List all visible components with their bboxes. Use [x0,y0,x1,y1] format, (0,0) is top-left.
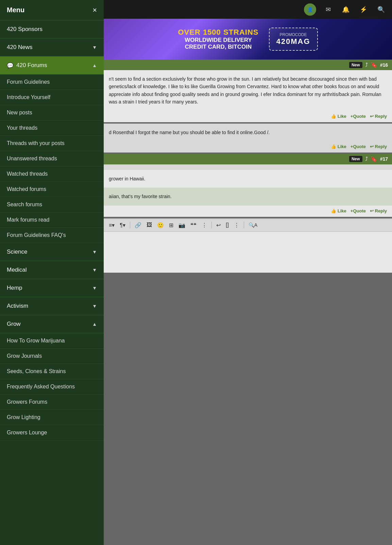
search-replace-btn[interactable]: 🔍A [247,221,259,229]
chevron-down-icon-medical: ▼ [92,267,97,273]
toolbar-sep-1 [130,222,130,228]
sidebar-item-faq[interactable]: Frequently Asked Questions [0,379,104,395]
post-reply-16: d Rosenthal I forgot the name but you sh… [104,124,392,153]
reply-editor: ≡▾ ¶▾ 🔗 🖼 🙂 ⊞ 📷 ❝❝ ⋮ ↩ [] ⋮ 🔍A [104,218,392,273]
sidebar-item-growers-lounge[interactable]: Growers Lounge [0,425,104,440]
link-btn[interactable]: 🔗 [133,221,143,229]
more-btn[interactable]: ⋮ [200,221,209,229]
share-icon-16[interactable]: ⤴ [365,62,368,68]
brackets-btn[interactable]: [] [224,221,231,229]
sidebar-item-grow[interactable]: Grow ▲ [0,315,104,333]
sidebar-item-your-threads[interactable]: Your threads [0,121,104,136]
bookmark-icon-17[interactable]: 🔖 [371,156,377,162]
editor-toolbar: ≡▾ ¶▾ 🔗 🖼 🙂 ⊞ 📷 ❝❝ ⋮ ↩ [] ⋮ 🔍A [104,219,392,232]
ad-banner[interactable]: OVER 1500 STRAINS WORLDWIDE DELIVERY CRE… [104,19,392,60]
sidebar-forums-label: 420 Forums [16,62,47,69]
sidebar-item-hemp[interactable]: Hemp ▼ [0,279,104,297]
sidebar-item-grow-lighting[interactable]: Grow Lighting [0,410,104,425]
post-new-badge-16: New [349,62,362,68]
reply-button-reply[interactable]: ↩ Reply [370,144,387,149]
post-text-17-main: grower in Hawaii. [109,175,387,182]
quote-button-reply[interactable]: +Quote [351,144,366,149]
post-reply-content: d Rosenthal I forgot the name but you sh… [104,124,392,141]
sidebar-item-search-forums[interactable]: Search forums [0,197,104,212]
sidebar-item-science[interactable]: Science ▼ [0,243,104,261]
search-icon[interactable]: 🔍 [375,4,387,15]
post-actions-17: 👍 Like +Quote ↩ Reply [104,206,392,217]
promo-label: PROMOCODE [276,32,310,37]
reply-button-16[interactable]: ↩ Reply [370,114,387,119]
sidebar-item-medical[interactable]: Medical ▼ [0,261,104,279]
share-icon-17[interactable]: ⤴ [365,156,368,162]
media-btn[interactable]: ⊞ [167,221,175,229]
sidebar-item-growers-forums[interactable]: Growers Forums [0,395,104,410]
ad-line2: WORLDWIDE DELIVERY [178,37,258,44]
sidebar-item-forum-faq[interactable]: Forum Guidelines FAQ's [0,228,104,243]
messages-icon[interactable]: ✉ [322,4,334,15]
avatar[interactable]: 👤 [304,3,316,16]
editor-body[interactable] [104,232,392,273]
sidebar-item-unanswered-threads[interactable]: Unanswered threads [0,151,104,166]
close-icon[interactable]: × [92,6,97,14]
sidebar-item-grow-journals[interactable]: Grow Journals [0,349,104,364]
align-btn[interactable]: ≡▾ [107,221,116,229]
post-reply-17: aiian, that's my favorite strain. [104,188,392,205]
toolbar-sep-3 [244,222,244,228]
camera-btn[interactable]: 📷 [177,221,187,229]
promo-box: PROMOCODE 420MAG [269,28,318,51]
post-reply-text: d Rosenthal I forgot the name but you sh… [109,129,387,136]
lightning-icon[interactable]: ⚡ [358,4,369,15]
sidebar-hemp-label: Hemp [7,285,22,291]
post-header-17: New ⤴ 🔖 #17 [104,154,392,164]
sidebar-item-how-to-grow[interactable]: How To Grow Marijuana [0,333,104,349]
forum-subitems: Forum Guidelines Introduce Yourself New … [0,75,104,243]
post-text-17-reply: aiian, that's my favorite strain. [109,193,387,200]
bookmark-icon-16[interactable]: 🔖 [371,62,377,68]
notifications-icon[interactable]: 🔔 [340,4,352,15]
sidebar-item-watched-threads[interactable]: Watched threads [0,166,104,182]
sidebar-item-seeds-clones[interactable]: Seeds, Clones & Strains [0,364,104,379]
post-main-17: grower in Hawaii. [104,170,392,188]
like-button-16[interactable]: 👍 Like [331,114,346,119]
quote-button-17[interactable]: +Quote [351,208,366,213]
sidebar-item-mark-forums-read[interactable]: Mark forums read [0,212,104,228]
sidebar-sponsors-label: 420 Sponsors [7,26,42,33]
avatar-icon: 👤 [307,7,313,12]
sidebar-item-news[interactable]: 420 News ▼ [0,38,104,57]
chat-icon: 💬 [7,62,14,69]
toolbar-sep-2 [211,222,212,228]
image-btn[interactable]: 🖼 [145,221,154,229]
chevron-down-icon: ▼ [92,45,97,50]
sidebar-grow-label: Grow [7,321,21,327]
sidebar-item-activism[interactable]: Activism ▼ [0,297,104,315]
paragraph-btn[interactable]: ¶▾ [118,221,127,229]
sidebar-medical-label: Medical [7,267,27,273]
sidebar-item-introduce-yourself[interactable]: Introduce Yourself [0,90,104,105]
emoji-btn[interactable]: 🙂 [155,221,166,229]
reply-button-17[interactable]: ↩ Reply [370,208,387,213]
undo-btn[interactable]: ↩ [215,221,222,229]
post-content-16: n't seem to find a section exclusively f… [104,70,392,111]
post-content-17 [104,164,392,170]
sidebar-item-threads-with-posts[interactable]: Threads with your posts [0,136,104,151]
sidebar-item-watched-forums[interactable]: Watched forums [0,182,104,197]
quote-btn[interactable]: ❝❝ [189,221,198,229]
chevron-down-icon-activism: ▼ [92,303,97,309]
sidebar-item-sponsors[interactable]: 420 Sponsors [0,20,104,38]
post-reply-actions: 👍 Like +Quote ↩ Reply [104,141,392,153]
chevron-up-icon: ▲ [92,63,97,68]
options-btn[interactable]: ⋮ [232,221,241,229]
ad-line3: CREDIT CARD, BITCOIN [178,44,258,50]
post-number-16: #16 [380,62,388,68]
post-header-16: New ⤴ 🔖 #16 [104,60,392,70]
sidebar-item-forum-guidelines[interactable]: Forum Guidelines [0,75,104,90]
sidebar: Menu × 420 Sponsors 420 News ▼ 💬 420 For… [0,0,104,545]
sidebar-title: Menu [7,6,24,14]
sidebar-item-forums[interactable]: 💬 420 Forums ▲ [0,57,104,75]
sidebar-header: Menu × [0,0,104,20]
like-button-reply[interactable]: 👍 Like [331,144,346,149]
like-button-17[interactable]: 👍 Like [331,208,346,213]
quote-button-16[interactable]: +Quote [351,114,366,119]
post-actions-16: 👍 Like +Quote ↩ Reply [104,111,392,122]
sidebar-item-new-posts[interactable]: New posts [0,105,104,121]
